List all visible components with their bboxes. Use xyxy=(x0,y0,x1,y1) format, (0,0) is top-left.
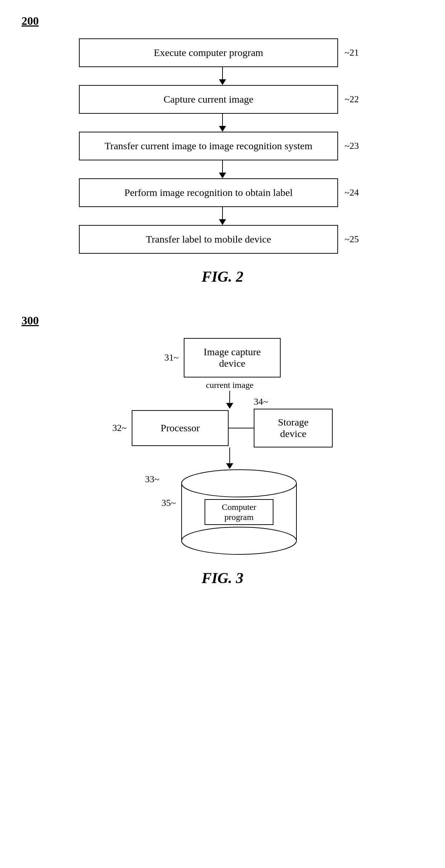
processor-storage-line xyxy=(229,428,254,428)
processor-cylinder-arrow xyxy=(226,447,233,469)
step2-box: Capture current image xyxy=(79,85,338,114)
step1-ref: ~21 xyxy=(345,47,366,58)
step1-box: Execute computer program xyxy=(79,38,338,67)
svg-text:program: program xyxy=(224,512,254,522)
storage-area: 34~ Storage device xyxy=(254,409,333,447)
flow-step-2: Capture current image ~22 xyxy=(79,85,366,114)
cylinder-row: 33~ 35~ Computer program xyxy=(61,469,384,555)
processor-ref: 32~ xyxy=(112,423,127,433)
arrow-4 xyxy=(79,207,366,225)
fig3-diagram: 31~ Image capture device current image 3… xyxy=(61,338,384,555)
flow-step-1: Execute computer program ~21 xyxy=(79,38,366,67)
step5-box: Transfer label to mobile device xyxy=(79,225,338,254)
database-ref: 33~ xyxy=(145,474,159,485)
step5-ref: ~25 xyxy=(345,234,366,245)
fig2-caption: FIG. 2 xyxy=(22,268,423,285)
storage-box: Storage device xyxy=(254,409,333,447)
flowchart: Execute computer program ~21 Capture cur… xyxy=(79,38,366,254)
svg-point-2 xyxy=(182,470,296,497)
arrow-1 xyxy=(79,67,366,85)
step2-ref: ~22 xyxy=(345,94,366,105)
step1-label: Execute computer program xyxy=(154,47,263,58)
flow-step-4: Perform image recognition to obtain labe… xyxy=(79,178,366,207)
image-capture-row: 31~ Image capture device xyxy=(61,338,384,377)
arrow-3 xyxy=(79,160,366,178)
arrow-2 xyxy=(79,114,366,132)
storage-label-line2: device xyxy=(280,428,306,440)
fig3-caption: FIG. 3 xyxy=(22,569,423,587)
fig3-section: 300 31~ Image capture device current ima… xyxy=(22,314,423,587)
fig3-diagram-id: 300 xyxy=(22,314,423,327)
step5-label: Transfer label to mobile device xyxy=(146,234,271,245)
program-ref: 35~ xyxy=(161,498,176,508)
fig2-section: 200 Execute computer program ~21 Capture… xyxy=(22,14,423,285)
image-capture-box: Image capture device xyxy=(184,338,281,377)
current-image-label: current image xyxy=(206,380,254,390)
flow-step-5: Transfer label to mobile device ~25 xyxy=(79,225,366,254)
cylinder-svg: Computer program xyxy=(178,469,300,555)
processor-label: Processor xyxy=(161,422,200,434)
storage-label-line1: Storage xyxy=(278,417,309,428)
image-capture-label-line1: Image capture xyxy=(203,346,261,358)
svg-text:Computer: Computer xyxy=(222,502,256,512)
step1-ref-tilde: ~ xyxy=(345,47,350,58)
current-image-arrow: current image xyxy=(206,377,254,409)
step3-label: Transfer current image to image recognit… xyxy=(104,140,312,152)
svg-point-1 xyxy=(182,527,296,554)
step4-ref: ~24 xyxy=(345,187,366,198)
step2-label: Capture current image xyxy=(164,94,253,105)
flow-step-3: Transfer current image to image recognit… xyxy=(79,132,366,160)
processor-box: Processor xyxy=(132,410,229,446)
step4-box: Perform image recognition to obtain labe… xyxy=(79,178,338,207)
step3-box: Transfer current image to image recognit… xyxy=(79,132,338,160)
step4-label: Perform image recognition to obtain labe… xyxy=(125,187,293,198)
cylinder: Computer program xyxy=(178,469,300,555)
step3-ref: ~23 xyxy=(345,141,366,151)
processor-row: 32~ Processor 34~ Storage device xyxy=(61,409,384,447)
fig2-diagram-id: 200 xyxy=(22,14,423,28)
storage-ref: 34~ xyxy=(254,397,268,407)
image-capture-ref: 31~ xyxy=(164,352,179,363)
image-capture-label-line2: device xyxy=(219,358,245,369)
